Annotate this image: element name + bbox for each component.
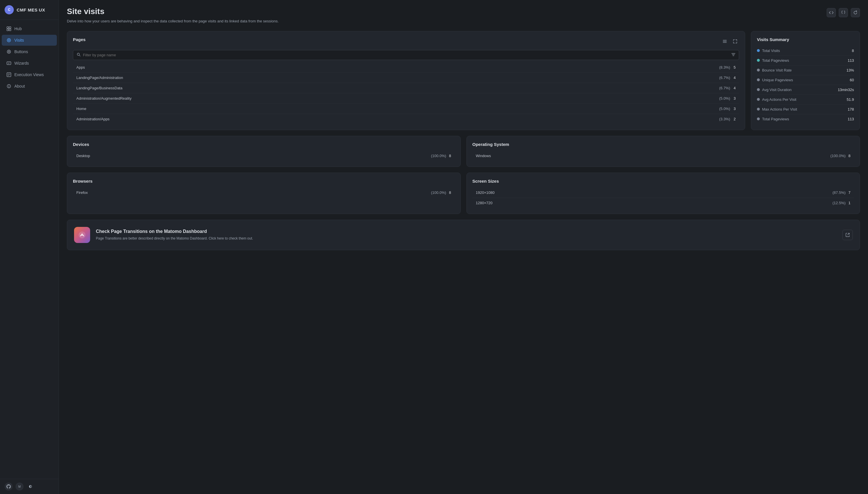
- avg-actions-dot: [757, 98, 760, 101]
- summary-row-max-actions: Max Actions Per Visit 178: [757, 104, 854, 114]
- pages-row-admin-apps[interactable]: Administration/Apps (3.3%) 2: [73, 114, 739, 124]
- about-icon: [6, 83, 12, 89]
- browsers-row-firefox[interactable]: Firefox (100.0%) 8: [73, 188, 455, 197]
- svg-rect-0: [7, 27, 8, 28]
- bottom-grid: Devices Desktop (100.0%) 8 Operating Sys…: [67, 136, 860, 214]
- svg-point-11: [77, 53, 79, 55]
- execution-views-icon: [6, 72, 12, 77]
- svg-point-6: [7, 50, 11, 53]
- github-icon: [5, 482, 13, 491]
- app-name: CMF MES UX: [17, 7, 45, 12]
- max-actions-dot: [757, 108, 760, 111]
- cta-subtitle: Page Transitions are better described di…: [96, 236, 837, 241]
- visits-summary-card: Visits Summary Total Visits 8 Total Page…: [751, 31, 860, 130]
- pages-row-admin-ar[interactable]: Administration/AugmentedReality (5.0%) 3: [73, 93, 739, 104]
- svg-point-5: [8, 40, 10, 41]
- summary-row-avg-duration: Avg Visit Duration 13min32s: [757, 85, 854, 95]
- matomo-logo: M: [16, 482, 23, 491]
- devices-title: Devices: [73, 142, 455, 147]
- cta-external-link[interactable]: [843, 230, 853, 240]
- svg-rect-1: [9, 27, 11, 28]
- total-pageviews-dot: [757, 59, 760, 62]
- pages-card: Pages: [67, 31, 745, 130]
- cta-content: Check Page Transitions on the Matomo Das…: [96, 229, 837, 241]
- page-header-text: Site visits Delve into how your users ar…: [67, 7, 279, 24]
- devices-card: Devices Desktop (100.0%) 8: [67, 136, 461, 167]
- svg-rect-2: [7, 29, 8, 31]
- pages-row-apps[interactable]: Apps (8.3%) 5: [73, 62, 739, 73]
- list-view-button[interactable]: [721, 37, 729, 45]
- os-row-windows[interactable]: Windows (100.0%) 8: [472, 151, 854, 161]
- pages-row-lp-business[interactable]: LandingPage/BusinessData (6.7%) 4: [73, 83, 739, 93]
- summary-row-unique-pageviews: Unique Pageviews 60: [757, 75, 854, 85]
- visits-icon: [6, 38, 12, 43]
- sidebar-item-hub-label: Hub: [14, 26, 22, 31]
- cta-title: Check Page Transitions on the Matomo Das…: [96, 229, 837, 234]
- sidebar-item-buttons-label: Buttons: [14, 50, 28, 54]
- sidebar-item-visits-label: Visits: [14, 38, 24, 42]
- pages-title: Pages: [73, 37, 85, 42]
- dark-mode-toggle[interactable]: [26, 482, 35, 491]
- sidebar-footer: M: [0, 479, 59, 494]
- screen-sizes-title: Screen Sizes: [472, 179, 854, 184]
- sidebar-item-wizards[interactable]: Wizards: [2, 58, 57, 69]
- sidebar-nav: Hub Visits Buttons Wizards: [0, 20, 59, 479]
- wizards-icon: [6, 61, 12, 66]
- pages-actions: [721, 37, 739, 45]
- pages-row-home[interactable]: Home (5.0%) 3: [73, 104, 739, 114]
- sidebar-item-execution-views-label: Execution Views: [14, 72, 44, 77]
- summary-row-bounce-rate: Bounce Visit Rate 13%: [757, 65, 854, 75]
- cta-icon: [74, 227, 90, 243]
- visits-summary-table: Total Visits 8 Total Pageviews 113 Bounc…: [757, 46, 854, 124]
- summary-row-total-pageviews: Total Pageviews 113: [757, 56, 854, 65]
- unique-pageviews-dot: [757, 78, 760, 81]
- screen-row-1280[interactable]: 1280×720 (12.5%) 1: [472, 198, 854, 208]
- sidebar-header: C CMF MES UX: [0, 0, 59, 20]
- pages-header: Pages: [73, 37, 739, 46]
- os-card: Operating System Windows (100.0%) 8: [467, 136, 860, 167]
- svg-rect-3: [9, 29, 11, 31]
- total-pageviews-2-dot: [757, 117, 760, 120]
- hub-icon: [6, 26, 12, 31]
- page-subtitle: Delve into how your users are behaving a…: [67, 18, 279, 24]
- sidebar-item-visits[interactable]: Visits: [2, 35, 57, 46]
- filter-icon[interactable]: [731, 53, 735, 57]
- summary-row-total-pageviews-2: Total Pageviews 113: [757, 114, 854, 124]
- avatar: C: [5, 5, 14, 14]
- total-visits-dot: [757, 49, 760, 52]
- screen-sizes-card: Screen Sizes 1920×1080 (87.5%) 7 1280×72…: [467, 173, 860, 214]
- svg-rect-8: [7, 62, 11, 64]
- summary-row-avg-actions: Avg Actions Per Visit 51.9: [757, 95, 854, 104]
- refresh-button[interactable]: [851, 8, 860, 17]
- sidebar-item-hub[interactable]: Hub: [2, 23, 57, 34]
- visits-summary-title: Visits Summary: [757, 37, 854, 42]
- expand-button[interactable]: [731, 37, 739, 45]
- devices-row-desktop[interactable]: Desktop (100.0%) 8: [73, 151, 455, 161]
- screen-row-1920[interactable]: 1920×1080 (87.5%) 7: [472, 188, 854, 198]
- page-title: Site visits: [67, 7, 279, 16]
- summary-row-total-visits: Total Visits 8: [757, 46, 854, 56]
- cta-card: Check Page Transitions on the Matomo Das…: [67, 220, 860, 250]
- search-input[interactable]: [83, 53, 729, 57]
- sidebar-item-about[interactable]: About: [2, 81, 57, 92]
- svg-point-4: [7, 38, 11, 42]
- pages-row-lp-admin[interactable]: LandingPage/Administration (6.7%) 4: [73, 73, 739, 83]
- braces-button[interactable]: [839, 8, 848, 17]
- avg-duration-dot: [757, 88, 760, 91]
- code-button[interactable]: [827, 8, 836, 17]
- top-grid: Pages: [67, 31, 860, 130]
- sidebar-item-about-label: About: [14, 84, 25, 89]
- search-icon: [77, 53, 81, 57]
- pages-table: Apps (8.3%) 5 LandingPage/Administration…: [73, 62, 739, 124]
- search-bar: [73, 50, 739, 60]
- browsers-card: Browsers Firefox (100.0%) 8: [67, 173, 461, 214]
- sidebar-item-wizards-label: Wizards: [14, 61, 29, 65]
- buttons-icon: [6, 49, 12, 54]
- sidebar-item-execution-views[interactable]: Execution Views: [2, 69, 57, 80]
- header-actions: [827, 7, 860, 17]
- page-header: Site visits Delve into how your users ar…: [67, 7, 860, 24]
- sidebar-item-buttons[interactable]: Buttons: [2, 46, 57, 57]
- bounce-rate-dot: [757, 69, 760, 72]
- browsers-title: Browsers: [73, 179, 455, 184]
- main-content: Site visits Delve into how your users ar…: [59, 0, 868, 494]
